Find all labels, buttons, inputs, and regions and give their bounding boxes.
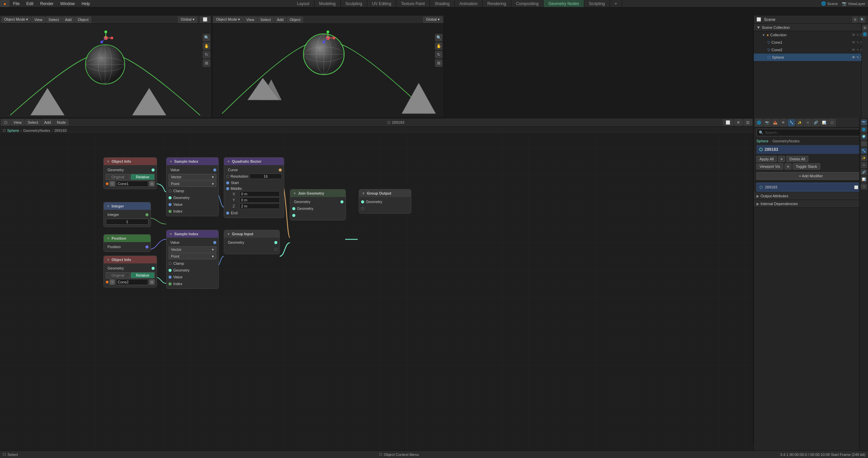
tab-texture-paint[interactable]: Texture Paint	[396, 0, 430, 7]
si2-value-socket-out[interactable]	[213, 241, 216, 244]
zoom-btn-right[interactable]: 🔍	[435, 34, 442, 41]
zoom-btn-left[interactable]: 🔍	[203, 34, 210, 41]
props-object-icon[interactable]: ⬛	[861, 141, 867, 147]
node-integer-collapse[interactable]: ▼	[106, 204, 110, 208]
tab-add[interactable]: +	[610, 0, 622, 7]
add-modifier-btn[interactable]: + Add Modifier	[756, 172, 865, 180]
viewport-vis-x-btn[interactable]: ✕	[785, 163, 791, 170]
prop-icon-render[interactable]: 📷	[763, 119, 771, 126]
mod-geonodes-label[interactable]: GeometryNodes	[772, 139, 800, 143]
node-group-input[interactable]: ▼ Group Input Geometry	[224, 230, 280, 254]
object-name-input-2[interactable]: Cone2	[116, 279, 148, 285]
node-position[interactable]: ▼ Position Position	[103, 234, 151, 252]
select-btn-left[interactable]: Select	[46, 17, 62, 23]
node-options-btn[interactable]: ⊡	[744, 119, 752, 125]
apply-x-btn[interactable]: ✕	[778, 156, 785, 162]
viewport-right[interactable]: 🔍 ✋ ↻ ⊞	[212, 24, 444, 118]
gi-collapse[interactable]: ▼	[227, 232, 230, 236]
node-join-geometry[interactable]: ▼ Join Geometry Geometry Geometry	[290, 189, 346, 220]
qb-start-socket[interactable]	[226, 181, 229, 184]
si2-clamp-socket[interactable]	[169, 262, 172, 265]
sphere-select[interactable]: ↖	[856, 55, 860, 60]
props-render-icon[interactable]: 📷	[861, 119, 867, 125]
tab-compositing[interactable]: Compositing	[511, 0, 544, 7]
select-btn-right[interactable]: Select	[258, 17, 274, 23]
modifier-item-289183[interactable]: ⬡ 289183 ⬜ ✕	[756, 183, 865, 192]
pan-btn-left[interactable]: ✋	[203, 42, 210, 50]
tab-layout[interactable]: Layout	[292, 0, 314, 7]
prop-icon-constraints[interactable]: 🔗	[812, 119, 820, 126]
relative-btn-2[interactable]: Relative	[131, 272, 155, 278]
internal-dependencies-header[interactable]: ▶ Internal Dependencies	[754, 200, 868, 207]
node-position-collapse[interactable]: ▼	[106, 237, 110, 240]
jg-geometry-socket-in-1[interactable]	[292, 207, 295, 210]
si1-domain-dropdown[interactable]: Point ▾	[169, 181, 216, 187]
qb-x-value[interactable]: 0 m	[239, 191, 280, 197]
jg-geometry-socket-out[interactable]	[340, 200, 343, 203]
si1-geometry-socket-in[interactable]	[169, 196, 172, 199]
node-collapse-2[interactable]: ▼	[106, 258, 110, 262]
qb-end-socket[interactable]	[226, 212, 229, 215]
panel-search-btn[interactable]: 🔍	[859, 17, 865, 23]
original-btn-1[interactable]: Original	[106, 174, 130, 180]
menu-file[interactable]: File	[9, 0, 23, 7]
menu-help[interactable]: Help	[78, 0, 94, 7]
si2-value-socket-in[interactable]	[169, 276, 172, 279]
delete-all-btn[interactable]: Delete All	[786, 156, 808, 162]
tab-animation[interactable]: Animation	[455, 0, 482, 7]
original-btn-2[interactable]: Original	[106, 272, 130, 278]
si2-collapse[interactable]: ▼	[169, 232, 173, 236]
global-btn-left[interactable]: Global ▾	[178, 17, 197, 23]
node-object-info-2[interactable]: ▼ Object Info Geometry Original Relative…	[103, 256, 157, 287]
prop-icon-particles[interactable]: ✨	[796, 119, 803, 126]
si1-clamp-socket[interactable]	[169, 190, 172, 193]
grid-btn-left[interactable]: ⊞	[203, 59, 210, 67]
props-modifier-icon[interactable]: 🔧	[861, 148, 867, 154]
rotate-btn-left[interactable]: ↻	[203, 51, 210, 58]
tab-uv-editing[interactable]: UV Editing	[367, 0, 396, 7]
visibility-eye[interactable]: 👁	[852, 33, 855, 37]
toggle-stack-btn[interactable]: Toggle Stack	[793, 163, 820, 170]
tab-rendering[interactable]: Rendering	[482, 0, 511, 7]
tab-modeling[interactable]: Modeling	[314, 0, 341, 7]
props-data-icon[interactable]: 📊	[861, 176, 867, 182]
icon-scene[interactable]: 🌐	[862, 32, 868, 37]
node-object-info-1[interactable]: ▼ Object Info Geometry Original Relative…	[103, 157, 157, 189]
node-select-type-btn[interactable]: ⬡	[1, 119, 10, 125]
node-view-btn[interactable]: View	[11, 119, 24, 125]
props-material-icon[interactable]: ⬡	[861, 183, 867, 190]
modifier-search-input[interactable]: 🔍 Search...	[756, 129, 865, 136]
jg-geometry-socket-in-2[interactable]	[292, 214, 295, 217]
menu-window[interactable]: Window	[57, 0, 78, 7]
qb-resolution-socket[interactable]	[226, 175, 229, 178]
output-attributes-header[interactable]: ▶ Output Attributes	[754, 192, 868, 200]
node-add-btn[interactable]: Add	[41, 119, 54, 125]
si2-geometry-socket-in[interactable]	[169, 269, 172, 272]
view-btn-right[interactable]: View	[243, 17, 257, 23]
mod-sphere-label[interactable]: Sphere	[756, 139, 768, 143]
node-sample-index-1[interactable]: ▼ Sample Index Value Vector ▾ Point ▾ Cl…	[166, 157, 219, 216]
node-quadratic-bezier[interactable]: ▼ Quadratic Bezier Curve Resolution 16 S…	[224, 157, 284, 218]
geometry-socket-1[interactable]	[152, 168, 155, 172]
panel-filter-btn[interactable]: ⚙	[852, 17, 858, 23]
object-clear-btn-2[interactable]: ✕	[149, 279, 155, 285]
cone1-visibility[interactable]: 👁	[852, 40, 855, 44]
node-sample-index-2[interactable]: ▼ Sample Index Value Vector ▾ Point ▾ Cl…	[166, 230, 219, 289]
position-socket-out[interactable]	[145, 245, 149, 248]
props-constraints-icon[interactable]: 🔗	[861, 169, 867, 175]
bc-geonodes[interactable]: GeometryNodes	[23, 128, 50, 133]
tree-collection[interactable]: ▼ ● Collection 👁 ↖ 📷	[754, 31, 868, 39]
object-btn-left[interactable]: Object	[75, 17, 91, 23]
modifier-name-field[interactable]: ⬡ 289183	[756, 145, 865, 154]
go-geometry-socket-in[interactable]	[361, 200, 364, 203]
node-canvas[interactable]: ▼ Object Info Geometry Original Relative…	[0, 134, 753, 451]
qb-resolution-value[interactable]: 16	[250, 174, 282, 179]
menu-edit[interactable]: Edit	[23, 0, 37, 7]
node-delete-btn[interactable]: ✕	[734, 119, 743, 125]
props-particles-icon[interactable]: ✨	[861, 155, 867, 161]
props-world-icon[interactable]: 🌍	[861, 134, 867, 140]
qb-curve-socket-out[interactable]	[279, 168, 282, 172]
apply-all-btn[interactable]: Apply All	[756, 156, 777, 162]
si1-value-socket-in[interactable]	[169, 203, 172, 206]
integer-socket-out[interactable]	[145, 213, 149, 216]
